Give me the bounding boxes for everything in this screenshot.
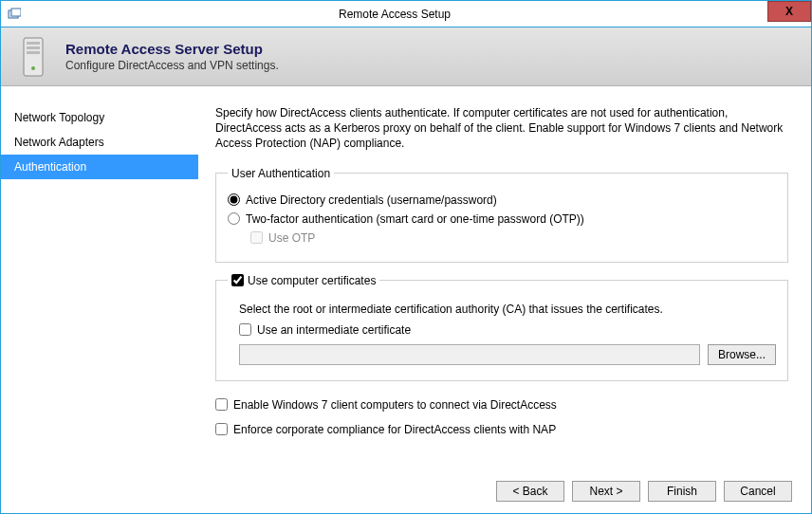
app-icon: [7, 7, 22, 22]
checkbox-intermediate-input[interactable]: [239, 323, 251, 336]
svg-rect-3: [27, 42, 40, 45]
cert-description: Select the root or intermediate certific…: [239, 303, 776, 316]
cert-legend[interactable]: Use computer certificates: [228, 274, 379, 287]
user-authentication-group: User Authentication Active Directory cre…: [215, 167, 788, 263]
titlebar: Remote Access Setup X: [1, 1, 811, 28]
close-button[interactable]: X: [767, 1, 811, 22]
sidebar-item-network-adapters[interactable]: Network Adapters: [1, 130, 198, 155]
svg-rect-1: [11, 9, 21, 16]
checkbox-nap-label: Enforce corporate compliance for DirectA…: [233, 423, 556, 436]
cert-path-input[interactable]: [239, 344, 700, 365]
wizard-header: Remote Access Server Setup Configure Dir…: [1, 28, 811, 86]
checkbox-use-otp-label: Use OTP: [268, 231, 315, 245]
wizard-buttonbar: < Back Next > Finish Cancel: [1, 471, 811, 513]
back-button[interactable]: < Back: [496, 481, 564, 502]
checkbox-nap-compliance[interactable]: Enforce corporate compliance for DirectA…: [215, 423, 788, 436]
window-title: Remote Access Setup: [22, 8, 767, 21]
checkbox-use-otp: Use OTP: [250, 231, 776, 245]
checkbox-win7-clients[interactable]: Enable Windows 7 client computers to con…: [215, 398, 788, 412]
checkbox-nap-input[interactable]: [215, 423, 228, 435]
browse-button[interactable]: Browse...: [708, 344, 776, 365]
header-subtitle: Configure DirectAccess and VPN settings.: [65, 59, 279, 72]
radio-twofactor-label: Two-factor authentication (smart card or…: [246, 212, 584, 226]
sidebar-item-authentication[interactable]: Authentication: [1, 155, 198, 179]
close-icon: X: [785, 5, 793, 18]
page-description: Specify how DirectAccess clients authent…: [215, 105, 788, 152]
checkbox-use-otp-input: [250, 231, 263, 244]
radio-ad-label: Active Directory credentials (username/p…: [246, 193, 497, 207]
wizard-content: Specify how DirectAccess clients authent…: [198, 86, 811, 471]
radio-twofactor-input[interactable]: [228, 212, 240, 225]
wizard-sidebar: Network Topology Network Adapters Authen…: [1, 86, 198, 471]
checkbox-use-computer-certs[interactable]: [231, 274, 244, 286]
header-title: Remote Access Server Setup: [65, 41, 279, 57]
user-auth-legend: User Authentication: [228, 167, 334, 180]
checkbox-win7-input[interactable]: [215, 398, 228, 411]
sidebar-item-network-topology[interactable]: Network Topology: [1, 105, 198, 130]
svg-point-6: [31, 66, 35, 70]
computer-certificates-group: Use computer certificates Select the roo…: [215, 274, 788, 381]
radio-two-factor[interactable]: Two-factor authentication (smart card or…: [228, 212, 776, 226]
radio-ad-input[interactable]: [228, 193, 240, 206]
finish-button[interactable]: Finish: [648, 481, 716, 502]
svg-rect-5: [27, 51, 40, 54]
checkbox-intermediate-label: Use an intermediate certificate: [257, 323, 411, 337]
server-icon: [14, 34, 54, 80]
radio-ad-credentials[interactable]: Active Directory credentials (username/p…: [228, 193, 776, 207]
next-button[interactable]: Next >: [572, 481, 640, 502]
svg-rect-4: [27, 46, 40, 49]
cert-legend-label: Use computer certificates: [248, 274, 376, 287]
checkbox-intermediate-cert[interactable]: Use an intermediate certificate: [239, 323, 776, 337]
cancel-button[interactable]: Cancel: [724, 481, 792, 502]
checkbox-win7-label: Enable Windows 7 client computers to con…: [233, 398, 557, 412]
